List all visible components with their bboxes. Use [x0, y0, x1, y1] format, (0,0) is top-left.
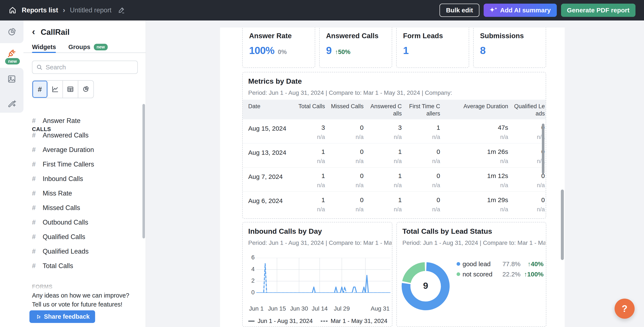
sidebar-item-average-duration[interactable]: #Average Duration: [24, 143, 146, 157]
sidebar-scrollbar[interactable]: [142, 104, 145, 238]
sidebar-item-outbound-calls[interactable]: #Outbound Calls: [24, 215, 146, 230]
cell-value: 0: [502, 124, 545, 131]
widgets-pie-icon[interactable]: [7, 27, 16, 37]
type-line-chart-button[interactable]: [48, 81, 63, 98]
sidebar-item-label: First Time Callers: [43, 161, 94, 168]
integrations-plug-icon[interactable]: [7, 49, 16, 58]
cell-value: 1: [359, 196, 402, 204]
kpi-card-form-leads[interactable]: Form Leads1: [396, 28, 469, 68]
back-chevron-icon[interactable]: ‹: [32, 28, 35, 36]
legend-delta: ↑40%: [516, 260, 544, 268]
sidebar-item-answered-calls[interactable]: #Answered Calls: [24, 128, 146, 143]
kpi-value: 100%: [249, 45, 274, 56]
y-tick-label: 6: [245, 254, 254, 261]
widget-title: Metrics by Date: [248, 77, 302, 85]
cell-date: Aug 6, 2024: [248, 197, 283, 204]
widget-sidebar: ‹ CallRail Widgets Groups new #: [24, 21, 146, 327]
cell-value: 0: [502, 148, 545, 155]
breadcrumb-reports-list[interactable]: Reports list: [22, 7, 58, 14]
sparkles-icon: ✦✦: [490, 7, 497, 13]
search-input[interactable]: [46, 64, 131, 71]
metrics-by-date-widget[interactable]: Metrics by Date Period: Jun 1 - Aug 31, …: [242, 72, 546, 219]
sidebar-item-inbound-calls[interactable]: #Inbound Calls: [24, 172, 146, 186]
type-pie-chart-button[interactable]: [78, 81, 94, 98]
sidebar-item-label: Average Duration: [43, 146, 94, 154]
kpi-card-answered-calls[interactable]: Answered Calls9↑50%: [319, 28, 392, 68]
canvas-scrollbar[interactable]: [561, 190, 564, 260]
cell-value: 1: [282, 172, 325, 179]
table-scrollbar[interactable]: [542, 124, 544, 174]
search-box: [32, 61, 138, 74]
cell-value: 1: [359, 148, 402, 155]
chart-legend: Jun 1 - Aug 31, 2024Mar 1 - May 31, 2024: [248, 317, 388, 324]
sidebar-item-label: Inbound Calls: [43, 175, 83, 183]
widget-title: Total Calls by Lead Status: [402, 227, 492, 235]
cell-compare-value: n/a: [398, 158, 440, 165]
table-row: Aug 15, 20243n/a0n/a3n/a1n/a47sn/a0n/a: [243, 119, 546, 143]
sidebar-item-missed-calls[interactable]: #Missed Calls: [24, 201, 146, 215]
sidebar-item-total-calls[interactable]: #Total Calls: [24, 259, 146, 273]
y-tick-label: 0: [245, 289, 254, 296]
widget-period: Period: Jun 1 - Aug 31, 2024 | Compare t…: [248, 239, 392, 246]
type-table-button[interactable]: [63, 81, 78, 98]
tab-groups[interactable]: Groups new: [68, 44, 108, 51]
cell-value: 0: [398, 148, 440, 155]
share-feedback-button[interactable]: Share feedback: [30, 310, 95, 323]
rail-new-badge: new: [5, 58, 20, 65]
cell-value: 3: [359, 124, 402, 131]
sidebar-item-label: Outbound Calls: [43, 219, 88, 226]
y-tick-label: 4: [245, 266, 254, 272]
hash-icon: #: [32, 219, 37, 226]
cell-value: 0: [321, 172, 364, 179]
cell-compare-value: n/a: [502, 182, 545, 189]
sidebar-item-first-time-callers[interactable]: #First Time Callers: [24, 157, 146, 172]
hash-icon: #: [32, 161, 37, 168]
home-icon[interactable]: [8, 6, 17, 15]
tab-widgets[interactable]: Widgets: [32, 44, 56, 51]
bulk-edit-button[interactable]: Bulk edit: [440, 4, 479, 17]
legend-label: good lead: [462, 260, 491, 268]
total-calls-by-lead-status-widget[interactable]: Total Calls by Lead Status Period: Jun 1…: [396, 222, 546, 327]
megaphone-icon: [35, 314, 41, 320]
search-icon: [36, 64, 43, 71]
cell-compare-value: n/a: [502, 206, 545, 213]
cell-value: 3: [282, 124, 325, 131]
groups-new-badge: new: [94, 44, 108, 50]
sidebar-item-miss-rate[interactable]: #Miss Rate: [24, 186, 146, 201]
legend-dot-icon: [456, 272, 460, 276]
cell-value: 1: [282, 148, 325, 155]
cell-compare-value: n/a: [321, 182, 364, 189]
sidebar-item-qualified-leads[interactable]: #Qualified Leads: [24, 244, 146, 259]
app-root: Reports list › Untitled report Bulk edit…: [0, 0, 644, 327]
edit-pencil-icon[interactable]: [118, 7, 125, 14]
kpi-card-answer-rate[interactable]: Answer Rate100%0%: [242, 28, 315, 68]
y-tick-label: 2: [245, 277, 254, 284]
magic-wand-icon[interactable]: [7, 99, 16, 108]
cell-compare-value: n/a: [321, 206, 364, 213]
widget-title: Inbound Calls by Day: [248, 227, 322, 235]
feedback-line1: Any ideas on how we can improve?: [32, 292, 129, 299]
cell-value: 1m 29s: [466, 196, 508, 204]
add-ai-summary-button[interactable]: ✦✦ Add AI summary: [484, 4, 556, 17]
sidebar-item-label: Answered Calls: [43, 132, 88, 139]
legend-delta: ↑100%: [516, 271, 544, 278]
help-button[interactable]: ?: [614, 299, 634, 319]
sidebar-item-answer-rate[interactable]: #Answer Rate: [24, 114, 146, 128]
breadcrumb: Reports list › Untitled report: [8, 6, 125, 15]
legend-item: Jun 1 - Aug 31, 2024: [248, 317, 312, 324]
hash-icon: #: [32, 233, 37, 241]
cell-compare-value: n/a: [398, 206, 440, 213]
breadcrumb-current-report: Untitled report: [70, 7, 112, 14]
cell-value: 0: [321, 196, 364, 204]
cell-compare-value: n/a: [502, 158, 545, 165]
cell-value: 0: [502, 172, 545, 179]
kpi-card-submissions[interactable]: Submissions8: [473, 28, 546, 68]
sidebar-item-qualified-calls[interactable]: #Qualified Calls: [24, 230, 146, 244]
type-number-button[interactable]: #: [32, 81, 48, 98]
topbar: Reports list › Untitled report Bulk edit…: [0, 0, 644, 21]
image-icon[interactable]: [7, 74, 16, 84]
widget-type-toggle: #: [32, 80, 94, 98]
hash-icon: #: [32, 132, 37, 139]
inbound-calls-by-day-widget[interactable]: Inbound Calls by Day Period: Jun 1 - Aug…: [242, 222, 392, 327]
generate-pdf-button[interactable]: Generate PDF report: [561, 4, 636, 17]
